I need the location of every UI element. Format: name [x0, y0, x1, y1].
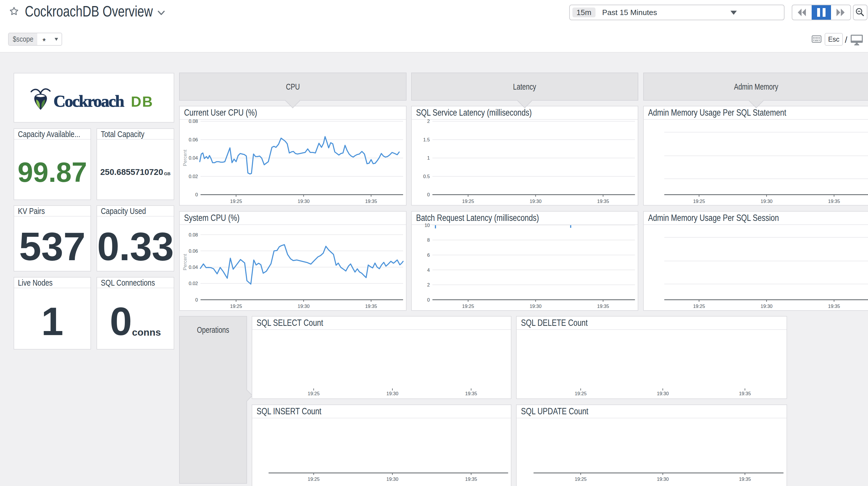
svg-text:19:30: 19:30 — [657, 476, 669, 481]
svg-text:19:30: 19:30 — [530, 199, 541, 204]
svg-text:Percent: Percent — [182, 149, 188, 166]
svg-text:19:35: 19:35 — [739, 476, 751, 481]
svg-text:0.06: 0.06 — [189, 137, 198, 142]
svg-text:19:35: 19:35 — [365, 303, 377, 309]
svg-text:19:30: 19:30 — [761, 199, 772, 204]
svg-text:0.02: 0.02 — [189, 174, 198, 179]
svg-text:19:30: 19:30 — [298, 199, 309, 204]
svg-text:19:25: 19:25 — [575, 476, 586, 481]
svg-text:19:30: 19:30 — [386, 476, 398, 481]
svg-text:0.06: 0.06 — [189, 248, 198, 253]
svg-text:19:35: 19:35 — [739, 391, 751, 396]
svg-text:19:35: 19:35 — [465, 476, 477, 481]
svg-text:19:35: 19:35 — [365, 199, 377, 204]
svg-text:19:30: 19:30 — [761, 303, 772, 309]
svg-text:8: 8 — [427, 237, 430, 242]
svg-text:0: 0 — [195, 297, 198, 302]
svg-text:19:25: 19:25 — [693, 199, 705, 204]
svg-text:4: 4 — [427, 267, 430, 273]
svg-text:0: 0 — [427, 297, 430, 302]
svg-text:2: 2 — [427, 282, 430, 287]
svg-text:0.04: 0.04 — [189, 155, 198, 161]
svg-text:0: 0 — [427, 192, 430, 197]
svg-text:19:25: 19:25 — [575, 391, 586, 396]
svg-text:19:30: 19:30 — [657, 391, 669, 396]
svg-text:19:35: 19:35 — [597, 199, 609, 204]
svg-text:19:35: 19:35 — [828, 199, 840, 204]
svg-text:19:30: 19:30 — [386, 391, 398, 396]
svg-text:0.08: 0.08 — [189, 232, 198, 237]
svg-text:19:25: 19:25 — [307, 391, 319, 396]
svg-text:19:25: 19:25 — [462, 303, 474, 309]
svg-text:0.5: 0.5 — [423, 174, 430, 179]
svg-text:19:35: 19:35 — [597, 303, 609, 309]
svg-text:Cockroach: Cockroach — [54, 92, 124, 110]
svg-text:6: 6 — [427, 252, 430, 257]
svg-text:Percent: Percent — [182, 254, 188, 270]
svg-text:19:30: 19:30 — [530, 303, 541, 309]
svg-text:19:25: 19:25 — [230, 199, 242, 204]
svg-text:10: 10 — [425, 222, 430, 228]
svg-text:19:35: 19:35 — [828, 303, 840, 309]
svg-text:19:30: 19:30 — [298, 303, 309, 309]
svg-text:19:25: 19:25 — [693, 303, 705, 309]
svg-text:DB: DB — [131, 94, 153, 110]
svg-text:0.02: 0.02 — [189, 281, 198, 286]
svg-text:19:35: 19:35 — [465, 391, 477, 396]
svg-text:19:25: 19:25 — [307, 476, 319, 481]
svg-text:0.08: 0.08 — [189, 118, 198, 124]
svg-text:1.5: 1.5 — [423, 137, 430, 142]
svg-text:19:25: 19:25 — [462, 199, 474, 204]
svg-text:0.04: 0.04 — [189, 264, 198, 270]
svg-text:1: 1 — [427, 155, 430, 161]
svg-text:2: 2 — [427, 118, 430, 124]
svg-text:19:25: 19:25 — [230, 303, 242, 309]
svg-text:0: 0 — [195, 192, 198, 197]
